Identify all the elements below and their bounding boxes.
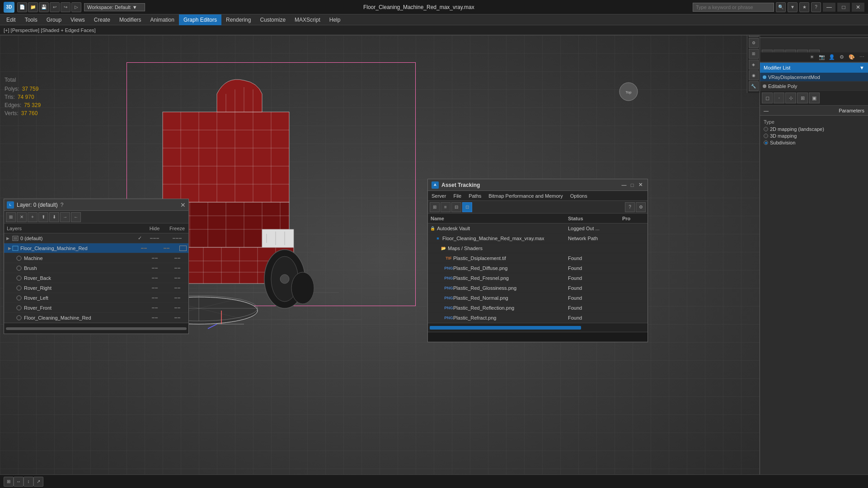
undo-icon[interactable]: ↩ <box>50 2 60 12</box>
asset-settings-icon[interactable]: ⚙ <box>636 202 646 212</box>
paint-icon[interactable]: 🎨 <box>847 53 856 61</box>
asset-row-png3[interactable]: PNG Plastic_Red_Glossiness.png Found <box>428 283 647 293</box>
menu-graph-editors[interactable]: Graph Editors <box>179 14 221 25</box>
workspace-dropdown[interactable]: Workspace: Default ▼ <box>84 3 145 11</box>
asset-row-png2[interactable]: PNG Plastic_Red_Fresnel.png Found <box>428 273 647 283</box>
sun-icon[interactable]: ☀ <box>807 53 816 61</box>
asset-row-maps[interactable]: 📂 Maps / Shaders <box>428 243 647 253</box>
asset-maximize-button[interactable]: □ <box>629 182 636 188</box>
search-execute-icon[interactable]: 🔍 <box>776 2 786 12</box>
asset-row-png1[interactable]: PNG Plastic_Red_Diffuse.png Found <box>428 263 647 273</box>
params-collapse-icon[interactable]: — <box>764 108 769 113</box>
menu-animation[interactable]: Animation <box>146 14 179 25</box>
close-button[interactable]: ✕ <box>852 3 864 12</box>
maximize-button[interactable]: □ <box>837 3 850 12</box>
asset-row-png6[interactable]: PNG Plastic_Refract.png Found <box>428 313 647 323</box>
save-file-icon[interactable]: 💾 <box>39 2 49 12</box>
layer-row-rover-left[interactable]: Rover_Left <box>4 293 188 303</box>
display-tab-icon[interactable]: ◉ <box>749 70 759 80</box>
view-cube[interactable]: Top <box>615 76 642 103</box>
asset-tool1-icon[interactable]: ⊞ <box>430 202 440 212</box>
submod-icon2[interactable]: ⬝ <box>774 93 784 103</box>
asset-menu-file[interactable]: File <box>450 191 465 201</box>
modifier-list-dropdown[interactable]: Modifier List ▼ <box>760 63 868 73</box>
open-file-icon[interactable]: 📁 <box>28 2 38 12</box>
menu-create[interactable]: Create <box>89 14 115 25</box>
menu-maxscript[interactable]: MAXScript <box>290 14 325 25</box>
dropdown-arrow-icon: ▼ <box>132 5 137 10</box>
menu-help[interactable]: Help <box>325 14 345 25</box>
menu-views[interactable]: Views <box>66 14 89 25</box>
menu-group[interactable]: Group <box>42 14 66 25</box>
more-icon[interactable]: ⋯ <box>857 53 866 61</box>
layer-close-icon[interactable]: ✕ <box>17 212 27 222</box>
asset-row-tif[interactable]: TIF Plastic_Dsiplacement.tif Found <box>428 253 647 263</box>
search-input[interactable] <box>693 3 774 12</box>
submod-icon4[interactable]: ⊞ <box>797 93 808 103</box>
asset-menu-paths[interactable]: Paths <box>465 191 485 201</box>
help-icon[interactable]: ? <box>811 2 821 12</box>
radio-subdivision[interactable]: Subdivision <box>764 140 864 145</box>
motion-tab-icon[interactable]: ◈ <box>749 60 759 70</box>
layer-row-rover-back[interactable]: Rover_Back <box>4 273 188 283</box>
filter-icon[interactable]: ▼ <box>788 2 798 12</box>
bottom-tool4[interactable]: ↗ <box>33 477 43 487</box>
submod-icon5[interactable]: ▣ <box>809 93 820 103</box>
asset-minimize-button[interactable]: — <box>620 182 628 188</box>
layer-row-default[interactable]: ▶ 0 (default) ✓ <box>4 233 188 243</box>
new-file-icon[interactable]: 📄 <box>17 2 27 12</box>
bookmark-icon[interactable]: ★ <box>799 2 809 12</box>
asset-row-max[interactable]: ■ Floor_Cleaning_Machine_Red_max_vray.ma… <box>428 233 647 243</box>
render-icon[interactable]: ▷ <box>71 2 81 12</box>
people-icon[interactable]: 👤 <box>827 53 836 61</box>
menu-tools[interactable]: Tools <box>20 14 42 25</box>
layer-row-machine[interactable]: Machine <box>4 253 188 263</box>
submod-icon3[interactable]: ⊹ <box>785 93 796 103</box>
layer-row-rover-right[interactable]: Rover_Right <box>4 283 188 293</box>
dot28 <box>155 297 158 298</box>
utilities-tab-icon[interactable]: 🔧 <box>749 81 759 91</box>
asset-menu-server[interactable]: Server <box>428 191 450 201</box>
layer-close-button[interactable]: ✕ <box>180 201 186 209</box>
modifier-entry-poly[interactable]: Editable Poly <box>760 82 868 91</box>
layer-row-brush[interactable]: Brush <box>4 263 188 273</box>
layer-row-rover-front[interactable]: Rover_Front <box>4 303 188 313</box>
asset-row-png4[interactable]: PNG Plastic_Red_Normal.png Found <box>428 293 647 303</box>
layer-row-floor-cleaning[interactable]: ▶ Floor_Cleaning_Machine_Red <box>4 243 188 253</box>
menu-rendering[interactable]: Rendering <box>221 14 255 25</box>
layer-add-icon[interactable]: + <box>28 212 38 222</box>
menu-modifiers[interactable]: Modifiers <box>115 14 146 25</box>
settings-icon[interactable]: ⚙ <box>837 53 846 61</box>
asset-tool4-icon[interactable]: ⊡ <box>462 202 472 212</box>
submod-icon1[interactable]: ◻ <box>762 93 773 103</box>
layer-tool7-icon[interactable]: ← <box>71 212 81 222</box>
redo-icon[interactable]: ↪ <box>61 2 70 12</box>
asset-tool3-icon[interactable]: ⊟ <box>451 202 461 212</box>
menu-edit[interactable]: Edit <box>2 14 20 25</box>
asset-menu-options[interactable]: Options <box>567 191 591 201</box>
radio-3d-mapping[interactable]: 3D mapping <box>764 133 864 139</box>
camera-icon[interactable]: 📷 <box>817 53 826 61</box>
bottom-tool1[interactable]: ⊞ <box>4 477 14 487</box>
minimize-button[interactable]: — <box>823 3 835 12</box>
asset-row-png5[interactable]: PNG Plastic_Red_Reflection.png Found <box>428 303 647 313</box>
modifier-entry-vray[interactable]: VRayDisplacementMod <box>760 73 868 82</box>
menu-customize[interactable]: Customize <box>255 14 290 25</box>
layer-tool5-icon[interactable]: ⬇ <box>49 212 59 222</box>
asset-tool2-icon[interactable]: ≡ <box>441 202 450 212</box>
asset-help-icon[interactable]: ? <box>625 202 635 212</box>
asset-close-button[interactable]: ✕ <box>637 182 644 188</box>
hierarchy-tab-icon[interactable]: ⊞ <box>749 49 759 59</box>
modify-tab-icon[interactable]: ⚙ <box>749 38 759 48</box>
bottom-tool2[interactable]: ↔ <box>14 477 23 487</box>
layer-tool6-icon[interactable]: → <box>60 212 70 222</box>
bottom-tool3[interactable]: ↕ <box>23 477 33 487</box>
radio-2d-mapping[interactable]: 2D mapping (landscape) <box>764 126 864 132</box>
asset-row-vault[interactable]: 🔒 Autodesk Vault Logged Out ... <box>428 223 647 233</box>
layer-row-floor2[interactable]: Floor_Cleaning_Machine_Red <box>4 313 188 323</box>
layer-tool4-icon[interactable]: ⬆ <box>38 212 48 222</box>
layer-scrollbar[interactable] <box>6 327 187 330</box>
layer-tool1-icon[interactable]: ⊞ <box>6 212 16 222</box>
asset-menu-bitmap[interactable]: Bitmap Performance and Memory <box>485 191 566 201</box>
layer-help-icon[interactable]: ? <box>61 202 64 208</box>
